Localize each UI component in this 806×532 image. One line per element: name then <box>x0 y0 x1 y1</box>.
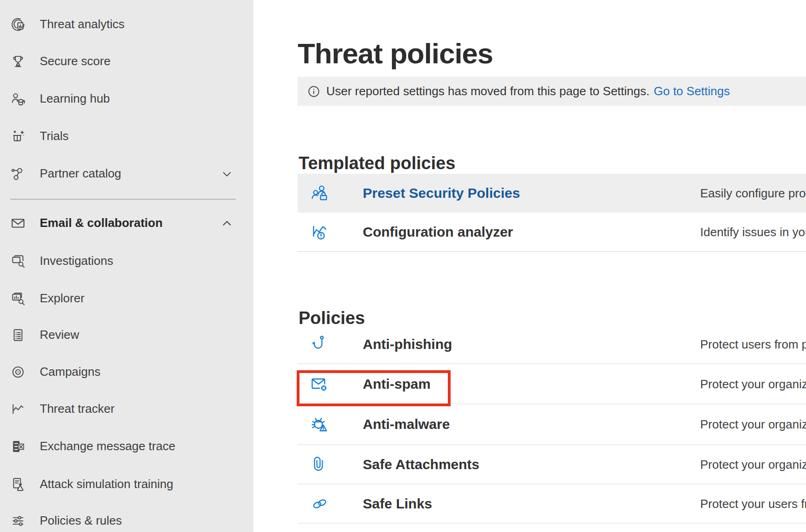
row-anti-malware[interactable]: Anti-malware Protect your organiz <box>298 404 806 445</box>
sidebar-item-label: Exchange message trace <box>40 439 175 453</box>
anti-phishing-icon <box>310 334 330 355</box>
sidebar-item-exchange-message-trace[interactable]: Exchange message trace <box>0 428 253 465</box>
row-title: Anti-phishing <box>363 336 452 352</box>
row-anti-spam[interactable]: Anti-spam Protect your organiz <box>298 364 806 404</box>
sidebar-item-attack-simulation-training[interactable]: Attack simulation training <box>0 465 253 503</box>
row-title: Anti-spam <box>363 376 431 392</box>
row-title: Anti-malware <box>363 416 450 432</box>
threat-policies-page: Threat analytics Secure score Learning h… <box>0 0 806 532</box>
go-to-settings-link[interactable]: Go to Settings <box>653 84 730 98</box>
sidebar-item-label: Threat tracker <box>40 402 115 416</box>
row-description: Protect users from p <box>700 337 806 351</box>
page-title: Threat policies <box>298 37 493 70</box>
exchange-message-trace-icon <box>10 439 26 454</box>
preset-security-policies-icon <box>310 183 330 203</box>
row-safe-links[interactable]: Safe Links Protect your users fr <box>298 484 806 524</box>
learning-hub-icon <box>10 91 26 107</box>
sidebar-item-label: Review <box>40 328 79 342</box>
sidebar-item-label: Attack simulation training <box>40 477 173 491</box>
sidebar-item-label: Learning hub <box>40 92 110 106</box>
row-preset-security-policies[interactable]: Preset Security Policies Easily configur… <box>298 174 806 213</box>
row-description: Protect your organiz <box>700 417 806 432</box>
anti-malware-icon <box>310 414 330 434</box>
sidebar-item-email-collaboration[interactable]: Email & collaboration <box>0 204 253 242</box>
sidebar-item-label: Threat analytics <box>40 17 125 31</box>
threat-analytics-icon <box>10 17 26 32</box>
chevron-up-icon[interactable] <box>220 216 234 230</box>
row-anti-phishing[interactable]: Anti-phishing Protect users from p <box>298 325 806 364</box>
sidebar-item-label: Secure score <box>40 54 110 68</box>
attack-simulation-icon <box>10 477 26 492</box>
left-navigation-sidebar: Threat analytics Secure score Learning h… <box>0 0 253 532</box>
row-description: Protect your users fr <box>700 496 806 511</box>
sidebar-item-secure-score[interactable]: Secure score <box>0 43 253 80</box>
configuration-analyzer-icon <box>310 222 330 242</box>
review-icon <box>10 327 26 343</box>
sidebar-item-trials[interactable]: Trials <box>0 117 253 155</box>
sidebar-item-threat-analytics[interactable]: Threat analytics <box>0 6 253 43</box>
investigations-icon <box>10 253 26 269</box>
explorer-icon <box>10 291 26 306</box>
sidebar-item-label: Partner catalog <box>40 166 121 181</box>
banner-message: User reported settings has moved from th… <box>326 84 649 98</box>
secure-score-icon <box>10 54 26 69</box>
sidebar-item-partner-catalog[interactable]: Partner catalog <box>0 155 253 192</box>
main-content: Threat policies User reported settings h… <box>253 0 806 532</box>
sidebar-item-explorer[interactable]: Explorer <box>0 280 253 317</box>
sidebar-item-investigations[interactable]: Investigations <box>0 242 253 280</box>
trials-icon <box>10 128 26 144</box>
sidebar-item-label: Investigations <box>40 254 113 268</box>
sidebar-item-label: Campaigns <box>40 365 101 379</box>
info-icon <box>308 86 320 98</box>
anti-spam-icon <box>310 374 330 394</box>
row-configuration-analyzer[interactable]: Configuration analyzer Identify issues i… <box>298 213 806 252</box>
sidebar-item-label: Email & collaboration <box>40 216 163 230</box>
sidebar-item-policies-rules[interactable]: Policies & rules <box>0 502 253 532</box>
safe-links-icon <box>310 494 330 514</box>
row-safe-attachments[interactable]: Safe Attachments Protect your organiz <box>298 445 806 484</box>
row-title: Safe Attachments <box>363 457 479 472</box>
sidebar-item-label: Policies & rules <box>40 514 122 528</box>
sidebar-item-learning-hub[interactable]: Learning hub <box>0 80 253 117</box>
row-description: Protect your organiz <box>700 377 806 391</box>
email-collaboration-icon <box>10 215 26 231</box>
row-title: Safe Links <box>363 496 432 512</box>
row-description: Protect your organiz <box>700 457 806 471</box>
threat-tracker-icon <box>10 401 26 417</box>
sidebar-item-threat-tracker[interactable]: Threat tracker <box>0 390 253 428</box>
sidebar-item-label: Explorer <box>40 291 85 306</box>
sidebar-item-review[interactable]: Review <box>0 316 253 354</box>
section-heading-templated-policies: Templated policies <box>299 153 455 173</box>
row-description: Easily configure prot <box>700 186 806 201</box>
partner-catalog-icon <box>10 166 26 182</box>
row-description: Identify issues in you <box>700 225 806 239</box>
sidebar-item-campaigns[interactable]: Campaigns <box>0 353 253 391</box>
row-title: Preset Security Policies <box>363 185 520 201</box>
policies-rules-icon <box>10 513 26 529</box>
row-title: Configuration analyzer <box>363 224 513 240</box>
campaigns-icon <box>10 364 26 380</box>
info-banner: User reported settings has moved from th… <box>298 77 806 106</box>
sidebar-divider <box>10 199 236 200</box>
safe-attachments-icon <box>310 454 330 475</box>
chevron-down-icon[interactable] <box>220 167 234 181</box>
sidebar-item-label: Trials <box>40 129 69 143</box>
